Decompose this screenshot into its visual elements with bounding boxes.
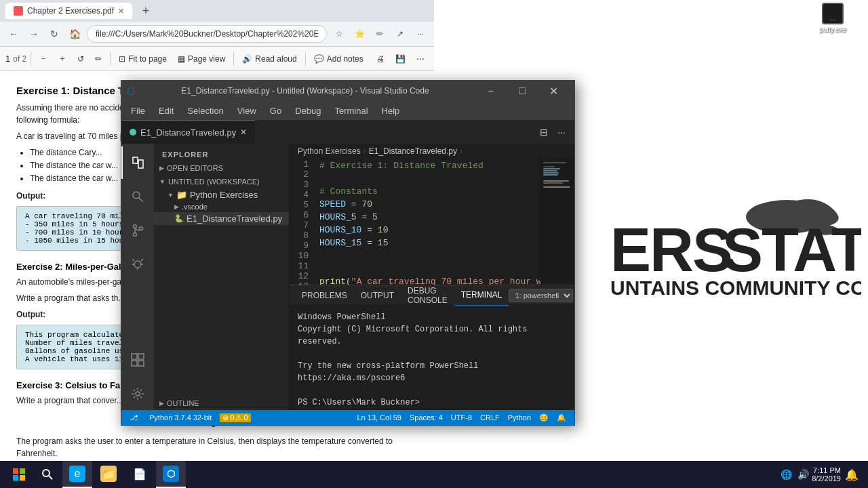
favorites-bar-btn[interactable]: ⭐ [351,26,368,42]
svg-rect-19 [13,475,18,481]
start-button[interactable] [3,461,35,488]
menu-edit[interactable]: Edit [152,101,180,120]
line-ending-status[interactable]: CRLF [477,413,502,422]
python-version-status[interactable]: Python 3.7.4 32-bit [146,413,214,422]
editor-tab-e1[interactable]: E1_DistanceTraveled.py ✕ [121,120,256,144]
vscode-statusbar: ⎇ Python 3.7.4 32-bit ⊗ 0 ⚠ 0 Ln 13, Col… [121,410,574,425]
taskbar-clock[interactable]: 7:11 PM 8/2/2019 [812,466,841,483]
more-btn[interactable]: ··· [412,26,429,42]
putty-desktop-icon[interactable]: _ putty.exe [816,3,849,35]
taskbar-right: 🌐 🔊 7:11 PM 8/2/2019 🔔 [781,461,865,488]
menu-view[interactable]: View [231,101,263,120]
tab-close-btn[interactable]: ✕ [240,127,247,137]
menu-terminal[interactable]: Terminal [328,101,374,120]
browser-tab[interactable]: Chapter 2 Exercises.pdf ✕ [5,3,132,19]
taskbar-search-btn[interactable] [35,461,60,488]
draw-btn[interactable]: ✏ [91,53,106,65]
menu-debug[interactable]: Debug [288,101,328,120]
zoom-in-btn[interactable]: ＋ [54,52,71,66]
taskbar-app-explorer[interactable]: 📁 [94,461,123,488]
terminal-content[interactable]: Windows PowerShell Copyright (C) Microso… [290,306,574,410]
save-btn[interactable]: 💾 [391,53,410,65]
read-aloud-btn[interactable]: 🔊 Read aloud [238,53,300,65]
menu-help[interactable]: Help [375,101,407,120]
refresh-btn[interactable]: ↻ [46,26,62,42]
outline-header[interactable]: ▶ OUTLINE [154,396,289,410]
favorites-btn[interactable]: ☆ [331,26,347,42]
vscode-subfolder[interactable]: ▶ .vscode [154,201,289,212]
language-status[interactable]: Python [505,413,534,422]
debug-console-tab[interactable]: DEBUG CONSOLE [401,285,454,306]
folder-chevron: ▼ [167,192,174,199]
clock-time: 7:11 PM [812,466,841,474]
split-editor-btn[interactable]: ⊟ [536,125,551,140]
print-btn[interactable]: 🖨 [372,53,389,65]
fit-to-page-btn[interactable]: ⊡ Fit to page [115,53,171,65]
new-tab-btn[interactable]: + [138,3,154,19]
debug-activity-icon[interactable] [121,248,154,281]
editor-code-area[interactable]: # Exercise 1: Distance Traveled # Consta… [314,159,540,285]
close-btn[interactable]: ✕ [538,81,569,101]
vscode-menubar: File Edit Selection View Go Debug Termin… [121,101,574,120]
menu-file[interactable]: File [124,101,152,120]
vscode-app-icon: ⬡ [163,466,179,482]
feedback-btn[interactable]: 😊 [536,413,551,422]
terminal-tab-btn[interactable]: TERMINAL [454,285,509,306]
sys-icons: 🌐 🔊 [781,469,809,480]
add-notes-btn[interactable]: 💬 Add notes [310,53,368,65]
notifications-btn[interactable]: 🔔 [554,413,569,422]
terminal-line-3 [298,348,566,360]
workspace-header[interactable]: ▼ UNTITLED (WORKSPACE) [154,175,289,188]
svg-point-8 [134,225,137,228]
svg-rect-5 [138,160,143,168]
explorer-header: EXPLORER [154,144,289,161]
editor-gutter: 1 2 3 4 5 6 7 8 9 10 11 12 13 [290,159,314,285]
taskbar-app-vscode[interactable]: ⬡ [156,461,186,488]
rotate-btn[interactable]: ↺ [73,53,88,65]
more-actions-btn[interactable]: ··· [554,125,569,140]
encoding-label: UTF-8 [451,413,472,422]
network-icon[interactable]: 🌐 [781,469,792,480]
college-logo-area: ERS STATE UNTAINS COMMUNITY COLLEGE [576,75,868,441]
python-file-item[interactable]: 🐍 E1_DistanceTraveled.py [154,212,289,225]
explorer-activity-icon[interactable] [121,146,154,179]
volume-icon[interactable]: 🔊 [797,469,809,480]
svg-text:ERS: ERS [610,216,732,284]
zoom-out-btn[interactable]: － [35,52,52,66]
tab-filename: E1_DistanceTraveled.py [140,127,236,138]
maximize-btn[interactable]: □ [507,81,538,101]
git-branch-status[interactable]: ⎇ [127,413,141,422]
errors-status[interactable]: ⊗ 0 ⚠ 0 [220,413,250,422]
spaces-status[interactable]: Spaces: 4 [407,413,446,422]
more-tools-btn[interactable]: ⋯ [412,53,429,65]
taskbar-app-notepad[interactable]: 📄 [125,461,155,488]
share-btn[interactable]: ↗ [392,26,408,42]
output-tab[interactable]: OUTPUT [354,285,401,306]
notifications-taskbar-btn[interactable]: 🔔 [844,461,860,488]
home-btn[interactable]: 🏠 [66,26,83,42]
git-activity-icon[interactable] [121,214,154,247]
tools-btn[interactable]: ✏ [372,26,388,42]
back-btn[interactable]: ← [5,26,22,42]
terminal-select[interactable]: 1: powershell [509,289,573,302]
open-editors-header[interactable]: ▶ OPEN EDITORS [154,161,289,175]
cursor-position-status[interactable]: Ln 13, Col 59 [354,413,403,422]
toolbar-sep4 [305,52,306,66]
problems-tab[interactable]: PROBLEMS [295,285,354,306]
svg-point-21 [43,470,50,476]
search-activity-icon[interactable] [121,180,154,213]
encoding-status[interactable]: UTF-8 [448,413,475,422]
terminal-line-4: Try the new cross-platform PowerShell ht… [298,360,566,384]
taskbar-app-browser[interactable]: e [62,461,92,488]
page-view-btn[interactable]: ▦ Page view [174,53,229,65]
browser-app-icon: e [69,466,85,482]
browser-tab-close[interactable]: ✕ [118,7,124,16]
forward-btn[interactable]: → [26,26,42,42]
extensions-activity-icon[interactable] [121,344,154,376]
menu-selection[interactable]: Selection [180,101,230,120]
minimize-btn[interactable]: － [475,81,507,101]
menu-go[interactable]: Go [263,101,288,120]
address-bar[interactable] [87,25,327,43]
folder-python-exercises[interactable]: ▼ 📁 Python Exercises [154,188,289,201]
settings-activity-icon[interactable] [121,378,154,410]
